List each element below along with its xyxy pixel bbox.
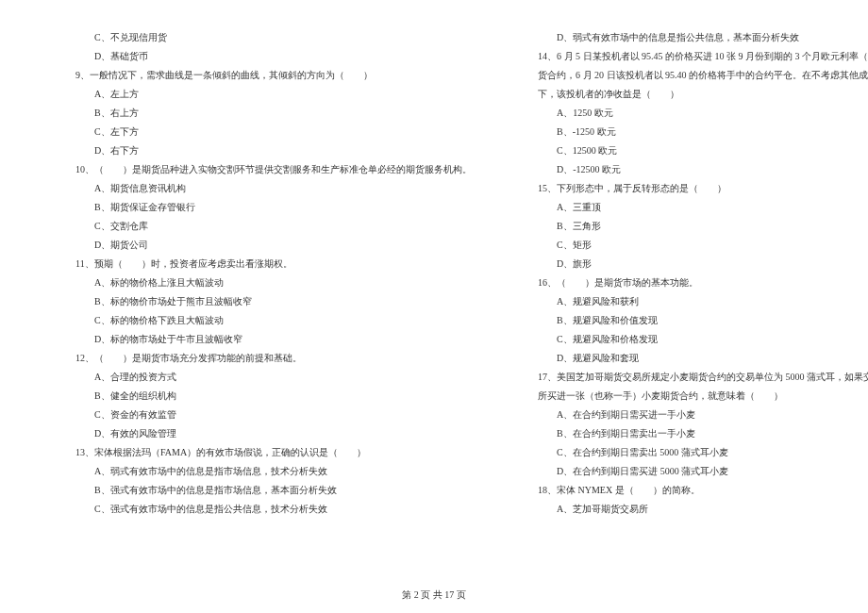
text-line: D、右下方 — [47, 141, 472, 160]
text-line: C、规避风险和价格发现 — [509, 330, 868, 349]
text-line: C、不兑现信用货 — [47, 28, 472, 47]
text-line: 14、6 月 5 日某投机者以 95.45 的价格买进 10 张 9 月份到期的… — [509, 47, 868, 66]
text-line: B、规避风险和价值发现 — [509, 311, 868, 330]
text-line: A、1250 欧元 — [509, 104, 868, 123]
text-line: A、规避风险和获利 — [509, 292, 868, 311]
left-column: C、不兑现信用货D、基础货币9、一般情况下，需求曲线是一条倾斜的曲线，其倾斜的方… — [47, 28, 472, 575]
text-line: D、-12500 欧元 — [509, 160, 868, 179]
text-line: D、在合约到期日需买进 5000 蒲式耳小麦 — [509, 462, 868, 481]
text-line: D、基础货币 — [47, 47, 472, 66]
text-line: 10、（ ）是期货品种进入实物交割环节提供交割服务和生产标准仓单必经的期货服务机… — [47, 160, 472, 179]
text-line: C、在合约到期日需卖出 5000 蒲式耳小麦 — [509, 443, 868, 462]
text-line: D、期货公司 — [47, 236, 472, 255]
text-line: C、强式有效市场中的信息是指公共信息，技术分析失效 — [47, 500, 472, 519]
text-line: B、健全的组织机构 — [47, 387, 472, 406]
text-line: 所买进一张（也称一手）小麦期货合约，就意味着（ ） — [509, 387, 868, 406]
text-line: A、期货信息资讯机构 — [47, 179, 472, 198]
text-line: D、标的物市场处于牛市且波幅收窄 — [47, 330, 472, 349]
text-line: 9、一般情况下，需求曲线是一条倾斜的曲线，其倾斜的方向为（ ） — [47, 66, 472, 85]
text-line: 下，该投机者的净收益是（ ） — [509, 85, 868, 104]
text-line: B、右上方 — [47, 104, 472, 123]
text-line: C、矩形 — [509, 236, 868, 255]
text-line: 16、（ ）是期货市场的基本功能。 — [509, 273, 868, 292]
text-line: C、12500 欧元 — [509, 141, 868, 160]
text-line: D、旗形 — [509, 255, 868, 273]
text-line: B、期货保证金存管银行 — [47, 198, 472, 217]
text-line: C、交割仓库 — [47, 217, 472, 236]
text-line: D、有效的风险管理 — [47, 424, 472, 443]
text-line: C、左下方 — [47, 123, 472, 141]
text-line: 13、宋体根据法玛（FAMA）的有效市场假说，正确的认识是（ ） — [47, 443, 472, 462]
text-line: 15、下列形态中，属于反转形态的是（ ） — [509, 179, 868, 198]
text-line: A、左上方 — [47, 85, 472, 104]
text-line: B、强式有效市场中的信息是指市场信息，基本面分析失效 — [47, 481, 472, 500]
text-line: B、三角形 — [509, 217, 868, 236]
right-column: D、弱式有效市场中的信息是指公共信息，基本面分析失效14、6 月 5 日某投机者… — [509, 28, 868, 575]
text-line: A、芝加哥期货交易所 — [509, 500, 868, 519]
text-line: 12、（ ）是期货市场充分发挥功能的前提和基础。 — [47, 349, 472, 368]
page-footer: 第 2 页 共 17 页 — [0, 588, 868, 602]
text-line: A、合理的投资方式 — [47, 368, 472, 387]
text-line: 11、预期（ ）时，投资者应考虑卖出看涨期权。 — [47, 255, 472, 273]
text-line: B、-1250 欧元 — [509, 123, 868, 141]
text-line: A、三重顶 — [509, 198, 868, 217]
text-line: B、在合约到期日需卖出一手小麦 — [509, 424, 868, 443]
text-line: 货合约，6 月 20 日该投机者以 95.40 的价格将手中的合约平仓。在不考虑… — [509, 66, 868, 85]
document-content: C、不兑现信用货D、基础货币9、一般情况下，需求曲线是一条倾斜的曲线，其倾斜的方… — [47, 28, 821, 575]
text-line: A、弱式有效市场中的信息是指市场信息，技术分析失效 — [47, 462, 472, 481]
text-line: C、标的物价格下跌且大幅波动 — [47, 311, 472, 330]
text-line: C、资金的有效监管 — [47, 406, 472, 424]
text-line: 17、美国芝加哥期货交易所规定小麦期货合约的交易单位为 5000 蒲式耳，如果交… — [509, 368, 868, 387]
text-line: D、弱式有效市场中的信息是指公共信息，基本面分析失效 — [509, 28, 868, 47]
text-line: D、规避风险和套现 — [509, 349, 868, 368]
text-line: B、标的物价市场处于熊市且波幅收窄 — [47, 292, 472, 311]
text-line: A、标的物价格上涨且大幅波动 — [47, 273, 472, 292]
text-line: A、在合约到期日需买进一手小麦 — [509, 406, 868, 424]
text-line: 18、宋体 NYMEX 是（ ）的简称。 — [509, 481, 868, 500]
